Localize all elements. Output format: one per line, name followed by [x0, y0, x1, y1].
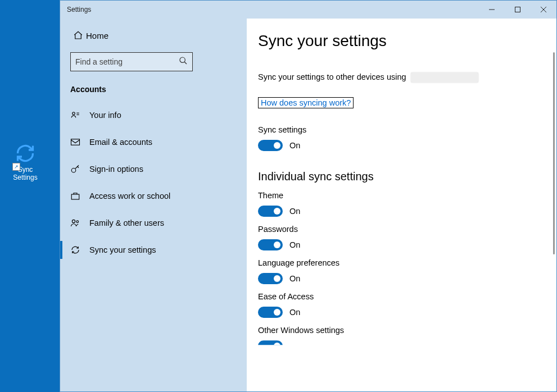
desktop-shortcut-label: Sync Settings: [6, 166, 45, 181]
sidebar-item-email-accounts[interactable]: Email & accounts: [70, 129, 237, 156]
svg-rect-1: [515, 7, 520, 12]
maximize-button[interactable]: [505, 1, 531, 19]
sidebar-item-family-users[interactable]: Family & other users: [70, 209, 237, 236]
key-icon: [70, 164, 89, 174]
main-panel: Sync your settings Sync your settings to…: [247, 19, 556, 391]
close-button[interactable]: [531, 1, 556, 19]
home-nav[interactable]: Home: [70, 24, 237, 47]
sync-settings-label: Sync settings: [258, 125, 556, 134]
account-name-redacted: [411, 72, 478, 83]
ease-access-state: On: [289, 308, 300, 317]
svg-point-10: [71, 168, 76, 173]
nav-label: Your info: [89, 111, 121, 120]
titlebar: Settings: [60, 1, 556, 19]
ease-access-label: Ease of Access: [258, 292, 556, 301]
svg-point-13: [76, 221, 79, 223]
scrollbar[interactable]: [553, 52, 555, 254]
sync-settings-toggle[interactable]: [258, 140, 283, 151]
page-title: Sync your settings: [258, 32, 556, 50]
passwords-label: Passwords: [258, 225, 556, 234]
language-state: On: [289, 274, 300, 283]
other-windows-label: Other Windows settings: [258, 326, 556, 335]
ease-access-toggle[interactable]: [258, 307, 283, 318]
search-input[interactable]: [75, 57, 179, 66]
how-syncing-works-link[interactable]: How does syncing work?: [258, 97, 354, 108]
sync-description: Sync your settings to other devices usin…: [258, 72, 556, 83]
search-box[interactable]: [70, 52, 193, 71]
sidebar-item-work-school[interactable]: Access work or school: [70, 183, 237, 209]
language-label: Language preferences: [258, 258, 556, 267]
sidebar-item-sign-in-options[interactable]: Sign-in options: [70, 156, 237, 183]
nav-label: Family & other users: [89, 218, 164, 227]
svg-point-4: [180, 57, 185, 62]
nav-label: Sign-in options: [89, 165, 143, 174]
search-icon: [179, 56, 188, 67]
sidebar-item-sync-settings[interactable]: Sync your settings: [70, 236, 237, 263]
individual-sync-heading: Individual sync settings: [258, 170, 556, 183]
nav-label: Email & accounts: [89, 138, 152, 147]
other-windows-toggle[interactable]: [258, 340, 283, 352]
shortcut-overlay-icon: ↗: [12, 163, 20, 171]
scrollbar-thumb[interactable]: [553, 52, 555, 254]
svg-line-5: [184, 62, 187, 64]
nav-label: Sync your settings: [89, 245, 156, 254]
theme-toggle[interactable]: [258, 206, 283, 217]
briefcase-icon: [70, 191, 89, 201]
sync-settings-state: On: [289, 141, 300, 150]
nav-label: Access work or school: [89, 192, 170, 200]
window-title: Settings: [67, 6, 479, 13]
people-icon: [70, 218, 89, 228]
svg-rect-11: [71, 194, 79, 199]
passwords-toggle[interactable]: [258, 239, 283, 250]
mail-icon: [70, 137, 89, 147]
person-card-icon: [70, 110, 89, 120]
language-toggle[interactable]: [258, 273, 283, 284]
svg-point-12: [72, 220, 75, 222]
settings-window: Settings Home Accounts: [60, 0, 557, 392]
sidebar: Home Accounts Your info Emai: [60, 19, 247, 391]
sidebar-section-label: Accounts: [70, 85, 237, 94]
theme-label: Theme: [258, 191, 556, 200]
desktop-shortcut-sync-settings[interactable]: ↗ Sync Settings: [6, 143, 45, 181]
minimize-button[interactable]: [479, 1, 505, 19]
home-icon: [70, 30, 86, 40]
sidebar-item-your-info[interactable]: Your info: [70, 102, 237, 129]
sync-icon: [70, 245, 89, 255]
theme-state: On: [289, 207, 300, 216]
svg-point-6: [73, 112, 75, 115]
passwords-state: On: [289, 240, 300, 249]
svg-rect-9: [71, 139, 80, 145]
home-label: Home: [86, 31, 108, 40]
